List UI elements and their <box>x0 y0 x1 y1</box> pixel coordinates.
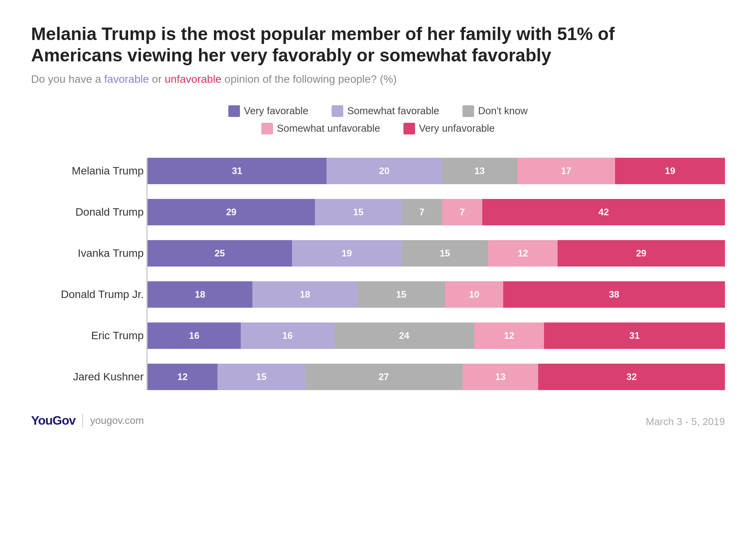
bar-segment: 38 <box>503 281 725 308</box>
bar-segment: 15 <box>358 281 445 308</box>
row-label: Donald Trump Jr. <box>33 288 144 301</box>
bar-container: 1215271332 <box>148 364 725 390</box>
bar-segment: 15 <box>401 240 488 267</box>
row-label: Donald Trump <box>33 206 144 218</box>
bar-segment: 13 <box>462 364 538 390</box>
chart-axis-line <box>146 158 148 390</box>
chart-container: Melania Trump3120131719Donald Trump29157… <box>31 158 725 390</box>
bar-segment: 7 <box>442 199 482 225</box>
subtitle-middle: or <box>149 73 165 85</box>
bar-segment: 7 <box>401 199 442 225</box>
legend-swatch <box>228 105 240 117</box>
legend-item: Very favorable <box>228 105 308 117</box>
bar-segment: 18 <box>252 281 357 308</box>
subtitle-before: Do you have a <box>31 73 104 85</box>
legend-swatch <box>261 123 273 134</box>
row-label: Melania Trump <box>33 165 144 177</box>
yougov-url: yougov.com <box>90 415 144 427</box>
bar-segment: 18 <box>148 281 252 308</box>
legend-swatch <box>332 105 343 117</box>
legend-item: Somewhat favorable <box>332 105 439 117</box>
logo-area: YouGov yougov.com <box>31 413 144 428</box>
bar-segment: 29 <box>558 240 725 267</box>
table-row: Eric Trump1616241231 <box>148 322 725 349</box>
bar-segment: 10 <box>445 281 503 308</box>
legend-label: Very favorable <box>244 105 308 117</box>
bar-segment: 20 <box>327 158 442 184</box>
bar-segment: 15 <box>217 364 305 390</box>
legend-row-1: Very favorableSomewhat favorableDon't kn… <box>228 105 528 117</box>
subtitle-unfavorable: unfavorable <box>165 73 221 85</box>
row-label: Eric Trump <box>33 329 144 342</box>
chart-subtitle: Do you have a favorable or unfavorable o… <box>31 73 725 85</box>
chart-date: March 3 - 5, 2019 <box>646 416 725 428</box>
logo-divider <box>82 414 83 428</box>
chart-rows: Melania Trump3120131719Donald Trump29157… <box>148 158 725 390</box>
table-row: Donald Trump Jr.1818151038 <box>148 281 725 308</box>
bar-container: 1818151038 <box>148 281 725 308</box>
yougov-logo: YouGov <box>31 413 75 428</box>
bar-container: 1616241231 <box>148 322 725 349</box>
bar-container: 3120131719 <box>148 158 725 184</box>
bar-segment: 12 <box>148 364 217 390</box>
row-label: Ivanka Trump <box>33 247 144 260</box>
subtitle-favorable: favorable <box>104 73 149 85</box>
legend-label: Very unfavorable <box>419 122 495 134</box>
legend-label: Somewhat unfavorable <box>277 122 380 134</box>
bar-segment: 29 <box>148 199 315 225</box>
bar-segment: 31 <box>544 322 725 349</box>
table-row: Donald Trump29157742 <box>148 199 725 225</box>
legend-item: Somewhat unfavorable <box>261 122 380 134</box>
chart-footer: YouGov yougov.com March 3 - 5, 2019 <box>31 413 725 428</box>
bar-segment: 24 <box>334 322 474 349</box>
legend-item: Don't know <box>462 105 528 117</box>
legend-item: Very unfavorable <box>403 122 495 134</box>
bar-segment: 19 <box>615 158 725 184</box>
bar-segment: 17 <box>517 158 615 184</box>
row-label: Jared Kushner <box>33 371 144 383</box>
bar-segment: 12 <box>488 240 557 267</box>
bar-segment: 31 <box>148 158 327 184</box>
legend-swatch <box>462 105 474 117</box>
table-row: Jared Kushner1215271332 <box>148 364 725 390</box>
subtitle-after: opinion of the following people? (%) <box>221 73 396 85</box>
legend-label: Don't know <box>478 105 528 117</box>
table-row: Ivanka Trump2519151229 <box>148 240 725 267</box>
bar-segment: 16 <box>148 322 241 349</box>
bar-segment: 12 <box>474 322 544 349</box>
bar-container: 2519151229 <box>148 240 725 267</box>
bar-segment: 16 <box>241 322 334 349</box>
bar-container: 29157742 <box>148 199 725 225</box>
legend-label: Somewhat favorable <box>347 105 439 117</box>
legend-swatch <box>403 123 415 134</box>
bar-segment: 32 <box>538 364 725 390</box>
bar-segment: 42 <box>482 199 725 225</box>
bar-segment: 25 <box>148 240 292 267</box>
bar-segment: 19 <box>292 240 402 267</box>
bar-segment: 13 <box>442 158 517 184</box>
chart-title: Melania Trump is the most popular member… <box>31 23 652 66</box>
bar-segment: 15 <box>315 199 401 225</box>
chart-legend: Very favorableSomewhat favorableDon't kn… <box>31 105 725 134</box>
bar-segment: 27 <box>305 364 463 390</box>
legend-row-2: Somewhat unfavorableVery unfavorable <box>261 122 495 134</box>
table-row: Melania Trump3120131719 <box>148 158 725 184</box>
